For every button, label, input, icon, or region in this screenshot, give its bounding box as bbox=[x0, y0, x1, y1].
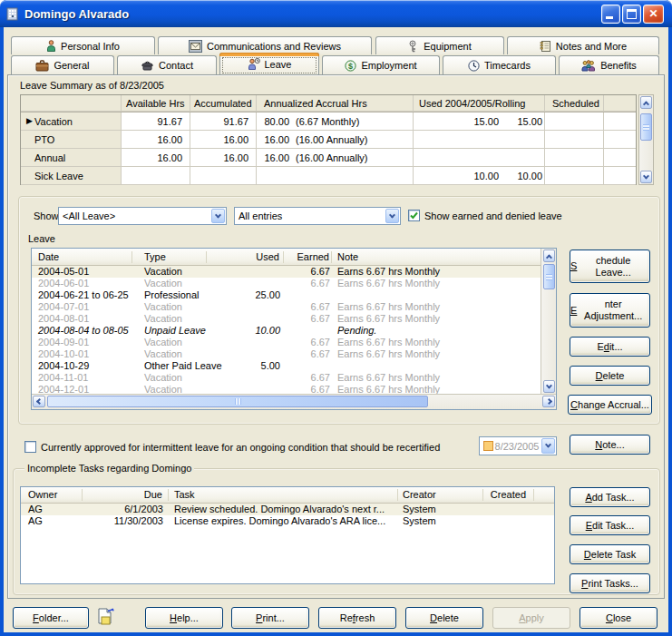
table-row[interactable]: PTO16.0016.0016.00(16.00 Annually) bbox=[21, 131, 636, 149]
column-header-created[interactable]: Created bbox=[483, 489, 534, 501]
minimize-button[interactable] bbox=[601, 5, 620, 24]
tab-leave[interactable]: Leave bbox=[219, 53, 319, 74]
dropdown-button[interactable] bbox=[541, 438, 555, 454]
print-button[interactable]: Print... bbox=[231, 607, 309, 629]
tab-personal-info[interactable]: Personal Info bbox=[11, 36, 155, 54]
owner-cell: AG bbox=[21, 515, 83, 527]
table-row[interactable]: 2004-08-04 to 08-05Unpaid Leave10.00Pend… bbox=[32, 325, 541, 337]
summary-header-accrual: Annualized Accrual Hrs bbox=[257, 95, 414, 112]
type-cell: Professional bbox=[132, 289, 207, 301]
tab-general[interactable]: General bbox=[11, 55, 114, 74]
dropdown-button[interactable] bbox=[385, 209, 399, 223]
type-cell: Other Paid Leave bbox=[132, 360, 207, 372]
column-header-due[interactable]: Due bbox=[83, 489, 169, 501]
tab-contact[interactable]: Contact bbox=[117, 55, 217, 74]
available-cell bbox=[122, 167, 190, 185]
tab-timecards[interactable]: Timecards bbox=[443, 55, 556, 74]
table-row[interactable]: 2004-10-01Vacation6.67Earns 6.67 hrs Mon… bbox=[32, 348, 541, 360]
table-row[interactable]: 2004-11-01Vacation6.67Earns 6.67 hrs Mon… bbox=[32, 372, 541, 384]
help-button[interactable]: Help... bbox=[145, 607, 223, 629]
new-note-icon[interactable] bbox=[96, 607, 115, 629]
scroll-up-button[interactable] bbox=[543, 250, 555, 262]
table-row[interactable]: 2004-05-01Vacation6.67Earns 6.67 hrs Mon… bbox=[32, 266, 541, 278]
add-task-button[interactable]: Add Task... bbox=[570, 487, 650, 507]
maximize-button[interactable] bbox=[622, 5, 641, 24]
tab-employment[interactable]: $ Employment bbox=[322, 55, 440, 74]
type-cell: Vacation bbox=[132, 313, 207, 325]
table-row[interactable]: 2004-09-01Vacation6.67Earns 6.67 hrs Mon… bbox=[32, 337, 541, 348]
note-button[interactable]: Note... bbox=[570, 435, 650, 455]
filler-cell bbox=[604, 113, 636, 131]
column-header-earned[interactable]: Earned bbox=[284, 251, 332, 263]
phone-icon bbox=[141, 60, 154, 71]
table-row[interactable]: 2004-10-29Other Paid Leave5.00 bbox=[32, 360, 541, 372]
table-row[interactable]: 2004-06-21 to 06-25Professional25.00 bbox=[32, 289, 541, 301]
accrual-cell: 16.00(16.00 Annually) bbox=[257, 149, 414, 167]
scroll-thumb[interactable] bbox=[640, 113, 652, 141]
table-row[interactable]: 2004-08-01Vacation6.67Earns 6.67 hrs Mon… bbox=[32, 313, 541, 325]
column-header-note[interactable]: Note bbox=[332, 251, 541, 263]
entries-filter-combo[interactable]: All entries bbox=[234, 207, 401, 225]
column-header-owner[interactable]: Owner bbox=[21, 489, 83, 501]
edit-leave-button[interactable]: Edit... bbox=[570, 337, 650, 357]
tasks-group-title: Incomplete Tasks regarding Domingo bbox=[24, 463, 194, 474]
change-accrual-button[interactable]: Change Accrual... bbox=[568, 395, 652, 415]
scroll-thumb[interactable] bbox=[543, 264, 555, 289]
tab-benefits[interactable]: Benefits bbox=[559, 55, 659, 74]
close-dialog-button[interactable]: Close bbox=[579, 607, 657, 629]
delete-task-button[interactable]: Delete Task bbox=[570, 544, 650, 564]
delete-leave-button[interactable]: Delete bbox=[570, 366, 650, 386]
delete-button[interactable]: Delete bbox=[405, 607, 483, 629]
table-row[interactable]: 2004-07-01Vacation6.67Earns 6.67 hrs Mon… bbox=[32, 301, 541, 313]
scroll-down-button[interactable] bbox=[640, 171, 652, 183]
close-button[interactable]: ✕ bbox=[643, 5, 664, 24]
column-header-type[interactable]: Type bbox=[132, 251, 207, 263]
column-header-task[interactable]: Task bbox=[169, 489, 398, 501]
edit-task-button[interactable]: Edit Task... bbox=[570, 515, 650, 535]
recertify-date-picker[interactable]: 8/23/2005 bbox=[479, 436, 557, 455]
column-header-filler bbox=[534, 489, 554, 501]
column-header-used[interactable]: Used bbox=[207, 251, 284, 263]
accumulated-cell: 16.00 bbox=[190, 131, 257, 149]
scroll-left-button[interactable] bbox=[33, 396, 45, 407]
scheduled-cell bbox=[545, 149, 604, 167]
column-header-date[interactable]: Date bbox=[32, 251, 132, 263]
tasks-list-rows: AG6/1/2003Review scheduled. Domingo Alva… bbox=[21, 504, 554, 583]
dropdown-button[interactable] bbox=[211, 209, 225, 223]
tab-notes-and-more[interactable]: Notes and More bbox=[507, 36, 659, 54]
scroll-up-button[interactable] bbox=[640, 96, 652, 109]
table-row[interactable]: 2004-12-01Vacation6.67Earns 6.67 hrs Mon… bbox=[32, 384, 541, 394]
scroll-down-button[interactable] bbox=[543, 380, 555, 393]
schedule-leave-button[interactable]: Schedule Leave... bbox=[570, 250, 650, 283]
summary-scrollbar[interactable] bbox=[638, 94, 654, 185]
folder-button[interactable]: Folder... bbox=[13, 607, 89, 629]
apply-button[interactable]: Apply bbox=[492, 607, 570, 629]
tab-equipment[interactable]: Equipment bbox=[375, 36, 504, 54]
enter-adjustment-button[interactable]: Enter Adjustment... bbox=[570, 293, 650, 328]
recertify-checkbox[interactable] bbox=[24, 441, 36, 453]
title-bar[interactable]: Domingo Alvarado ✕ bbox=[0, 0, 672, 27]
scroll-thumb[interactable] bbox=[47, 396, 428, 407]
table-row[interactable]: ▶Vacation91.6791.6780.00(6.67 Monthly)15… bbox=[21, 113, 636, 131]
table-row[interactable]: Annual16.0016.0016.00(16.00 Annually) bbox=[21, 149, 636, 167]
scroll-right-button[interactable] bbox=[542, 396, 555, 407]
note-cell: Earns 6.67 hrs Monthly bbox=[332, 266, 541, 278]
table-row[interactable]: Sick Leave10.0010.00 bbox=[21, 167, 636, 185]
print-tasks-button[interactable]: Print Tasks... bbox=[570, 573, 650, 593]
date-checkbox-icon[interactable] bbox=[483, 441, 493, 451]
show-earned-denied-checkbox[interactable] bbox=[408, 210, 420, 221]
leave-horizontal-scrollbar[interactable] bbox=[32, 394, 556, 409]
refresh-button[interactable]: Refresh bbox=[318, 607, 396, 629]
tab-communications-and-reviews[interactable]: Communications and Reviews bbox=[158, 36, 372, 54]
column-header-creator[interactable]: Creator bbox=[398, 489, 483, 501]
table-row[interactable]: 2004-06-01Vacation6.67Earns 6.67 hrs Mon… bbox=[32, 278, 541, 289]
used-cell: 10.00 bbox=[207, 325, 284, 337]
table-row[interactable]: AG11/30/2003License expires. Domingo Alv… bbox=[21, 515, 554, 527]
type-cell: Vacation bbox=[132, 266, 207, 278]
person-icon bbox=[46, 40, 56, 52]
table-row[interactable]: AG6/1/2003Review scheduled. Domingo Alva… bbox=[21, 504, 554, 515]
leave-type-filter-combo[interactable]: <All Leave> bbox=[58, 207, 227, 225]
used-cell bbox=[207, 372, 284, 384]
leave-vertical-scrollbar[interactable] bbox=[541, 249, 556, 394]
owner-cell: AG bbox=[21, 504, 83, 515]
